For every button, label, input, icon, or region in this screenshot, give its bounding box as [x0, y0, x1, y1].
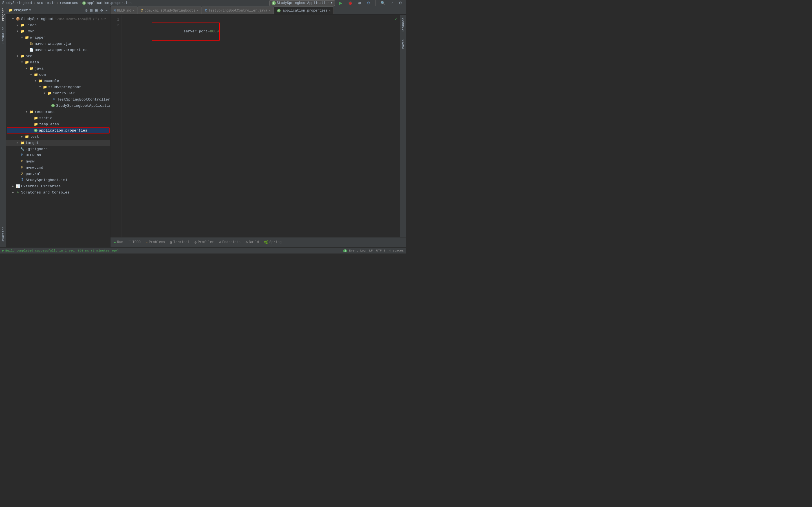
- tree-item-maven-wrapper-props[interactable]: ▶ 📄 maven-wrapper.properties: [6, 47, 110, 53]
- favorites-toggle[interactable]: Favorites: [1, 225, 5, 245]
- collapse-all-button[interactable]: ⊟: [89, 8, 93, 13]
- src-folder-icon: 📁: [20, 54, 25, 58]
- project-panel: 📁 Project ▼ ⊙ ⊟ ⊞ ⚙ − ▼ 📦: [6, 6, 110, 247]
- project-panel-title: 📁 Project ▼: [8, 8, 31, 12]
- mvnw-cmd-icon: M: [20, 166, 25, 170]
- build-status-message: Build completed successfully in 1 sec, 8…: [5, 249, 119, 252]
- build-button[interactable]: ⚙: [365, 0, 372, 6]
- panel-settings-button[interactable]: ⚙: [100, 8, 104, 13]
- tree-item-application-properties[interactable]: ▶ ⚙ application.properties: [7, 127, 110, 133]
- close-controller-tab[interactable]: ✕: [269, 9, 271, 12]
- com-folder-icon: 📁: [33, 73, 38, 77]
- tree-item-mvnw-cmd[interactable]: ▶ M mvnw.cmd: [6, 165, 110, 171]
- terminal-tab[interactable]: ▣ Terminal: [168, 238, 192, 246]
- tree-item-gitignore[interactable]: ▶ 🔧 .gitignore: [6, 146, 110, 152]
- build-icon: ⚙: [246, 240, 248, 244]
- editor-tabs: M HELP.md ✕ X pom.xml (StudySpringboot) …: [110, 6, 406, 15]
- tree-item-maven-wrapper-jar[interactable]: ▶ 🗜 maven-wrapper.jar: [6, 41, 110, 47]
- mvn-folder-icon: 📁: [20, 29, 25, 34]
- tree-item-studyspringboot[interactable]: ▼ 📁 studyspringboot: [6, 84, 110, 90]
- profile-button[interactable]: ⊕: [356, 0, 363, 6]
- tree-item-wrapper[interactable]: ▼ 📁 wrapper: [6, 34, 110, 41]
- problems-icon: ⚠: [146, 240, 148, 244]
- event-log-button[interactable]: 3 Event Log: [343, 249, 366, 252]
- tree-item-external-libraries[interactable]: ▶ 📊 External Libraries: [6, 183, 110, 189]
- tab-test-controller[interactable]: C TestSpringBootController.java ✕: [202, 6, 274, 14]
- properties-plain-icon: 📄: [29, 48, 34, 52]
- project-panel-toggle[interactable]: Project: [1, 6, 5, 22]
- build-tab[interactable]: ⚙ Build: [243, 238, 261, 246]
- tab-help-md[interactable]: M HELP.md ✕: [110, 6, 138, 14]
- tab-application-properties[interactable]: ⚙ application.properties ✕: [274, 6, 334, 14]
- project-panel-header: 📁 Project ▼ ⊙ ⊟ ⊞ ⚙ −: [6, 6, 110, 15]
- debug-button[interactable]: 🐞: [346, 0, 354, 6]
- tree-item-resources[interactable]: ▼ 📁 resources: [6, 109, 110, 115]
- chevron-down-icon[interactable]: ▼: [29, 9, 31, 12]
- spring-tab[interactable]: 🌿 Spring: [262, 238, 284, 246]
- problems-tab[interactable]: ⚠ Problems: [144, 238, 167, 246]
- app-selector[interactable]: S StudySpringbootApplication ▼: [269, 0, 335, 6]
- locate-in-tree-button[interactable]: ⊙: [84, 8, 88, 13]
- tree-item-example[interactable]: ▼ 📁 example: [6, 78, 110, 84]
- breadcrumb-src[interactable]: src: [37, 1, 43, 5]
- tree-item-pom-xml[interactable]: ▶ X pom.xml: [6, 171, 110, 177]
- tree-item-test[interactable]: ▶ 📁 test: [6, 133, 110, 140]
- breadcrumb-resources[interactable]: resources: [60, 1, 78, 5]
- database-panel-toggle[interactable]: Database: [401, 16, 405, 34]
- tree-root[interactable]: ▼ 📦 StudySpringboot ~/Documents/idea项目（伍…: [6, 16, 110, 22]
- maven-panel-toggle[interactable]: Maven: [401, 38, 405, 50]
- line-ending-indicator[interactable]: LF: [369, 249, 373, 252]
- breadcrumb-project[interactable]: StudySpringboot: [2, 1, 33, 5]
- tree-item-mvn[interactable]: ▼ 📁 .mvn: [6, 28, 110, 34]
- code-editor[interactable]: server.port=8080 ✓: [122, 15, 400, 237]
- tree-item-test-controller[interactable]: ▶ C TestSpringBootController: [6, 96, 110, 103]
- tree-item-idea[interactable]: ▶ 📁 .idea: [6, 22, 110, 28]
- git-button[interactable]: ⑂: [389, 0, 395, 6]
- close-pom-tab[interactable]: ✕: [197, 9, 199, 12]
- tree-item-controller[interactable]: ▼ 📁 controller: [6, 90, 110, 96]
- breadcrumb-main[interactable]: main: [47, 1, 56, 5]
- tree-item-scratches[interactable]: ▶ ✎ Scratches and Consoles: [6, 189, 110, 195]
- tree-item-java[interactable]: ▼ 📁 java: [6, 65, 110, 71]
- tree-item-iml[interactable]: ▶ I StudySpringboot.iml: [6, 177, 110, 183]
- tree-item-mvnw[interactable]: ▶ M mvnw: [6, 158, 110, 165]
- line-numbers: 1 2: [110, 15, 122, 237]
- minimize-panel-button[interactable]: −: [105, 8, 108, 13]
- external-libraries-icon: 📊: [15, 184, 20, 188]
- profiler-tab[interactable]: ◎ Profiler: [192, 238, 216, 246]
- indent-indicator[interactable]: 4 spaces: [389, 249, 404, 252]
- jar-icon: 🗜: [29, 42, 34, 46]
- target-folder-icon: 📁: [20, 141, 25, 145]
- tree-item-com[interactable]: ▼ 📁 com: [6, 71, 110, 78]
- encoding-indicator[interactable]: UTF-8: [376, 249, 386, 252]
- todo-tab[interactable]: ☰ TODO: [126, 238, 143, 246]
- tree-item-main[interactable]: ▼ 📁 main: [6, 59, 110, 65]
- editor-area: M HELP.md ✕ X pom.xml (StudySpringboot) …: [110, 6, 406, 247]
- tree-item-help-md[interactable]: ▶ M HELP.md: [6, 152, 110, 158]
- spring-props-tab-icon: ⚙: [277, 9, 281, 12]
- tree-item-static[interactable]: ▶ 📁 static: [6, 115, 110, 121]
- run-tab[interactable]: ▶ Run: [112, 238, 125, 246]
- tree-item-src[interactable]: ▼ 📁 src: [6, 53, 110, 59]
- settings-button[interactable]: ⚙: [397, 0, 404, 6]
- endpoints-tab[interactable]: ⊕ Endpoints: [217, 238, 243, 246]
- xml-tab-icon: X: [141, 9, 143, 13]
- structure-panel-toggle[interactable]: Structure: [1, 25, 5, 45]
- idea-folder-icon: 📁: [20, 23, 25, 27]
- java-folder-icon: 📁: [29, 66, 34, 71]
- application-properties-icon: ⚙: [34, 129, 38, 132]
- close-props-tab[interactable]: ✕: [329, 9, 331, 12]
- tree-item-templates[interactable]: ▶ 📁 templates: [6, 121, 110, 127]
- resources-folder-icon: 📁: [29, 110, 34, 114]
- iml-icon: I: [20, 178, 25, 182]
- tab-pom-xml[interactable]: X pom.xml (StudySpringboot) ✕: [138, 6, 202, 14]
- breadcrumb-file[interactable]: application.properties: [87, 1, 132, 5]
- tree-item-target[interactable]: ▶ 📁 target: [6, 140, 110, 146]
- search-button[interactable]: 🔍: [379, 0, 387, 6]
- java-tab-icon: C: [205, 9, 207, 13]
- tree-item-app-class[interactable]: ▶ S StudySpringbootApplication: [6, 103, 110, 109]
- close-help-md-tab[interactable]: ✕: [133, 9, 135, 12]
- properties-icon: ⚙: [82, 1, 86, 5]
- run-button[interactable]: ▶: [337, 0, 344, 7]
- filter-button[interactable]: ⊞: [94, 8, 98, 13]
